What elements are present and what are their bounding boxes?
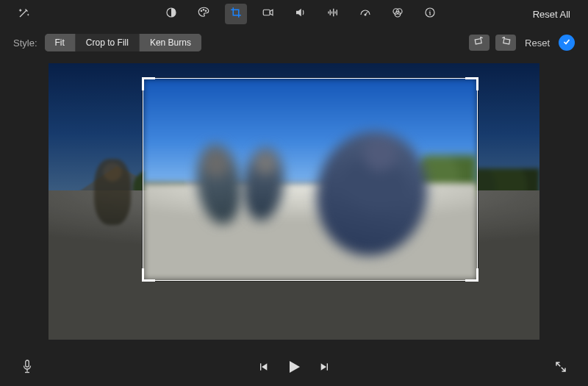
preview-viewer[interactable] <box>49 63 539 340</box>
clip-filter-button[interactable] <box>387 4 409 24</box>
video-camera-icon <box>262 6 275 22</box>
previous-frame-button[interactable] <box>257 361 269 373</box>
microphone-icon <box>21 359 34 375</box>
info-icon <box>423 6 437 22</box>
reset-crop-button[interactable]: Reset <box>525 37 550 49</box>
style-option-fit[interactable]: Fit <box>45 34 76 51</box>
svg-point-3 <box>205 10 207 12</box>
clip-info-button[interactable] <box>419 4 441 24</box>
svg-point-2 <box>203 10 204 11</box>
rotate-ccw-button[interactable] <box>469 35 490 51</box>
style-label: Style: <box>13 37 37 49</box>
crop-handle-top-left[interactable] <box>142 77 155 90</box>
style-option-crop-to-fill[interactable]: Crop to Fill <box>76 34 140 51</box>
svg-rect-10 <box>475 39 481 44</box>
skip-forward-icon <box>319 361 331 373</box>
speedometer-icon <box>359 6 372 22</box>
apply-crop-button[interactable] <box>559 35 575 51</box>
crop-content <box>143 79 477 280</box>
skip-back-icon <box>257 361 269 373</box>
svg-rect-12 <box>26 360 29 367</box>
playback-bar <box>0 348 588 386</box>
crop-icon <box>229 6 243 22</box>
noise-reduction-button[interactable] <box>322 4 344 24</box>
magic-wand-icon <box>18 6 31 22</box>
svg-point-1 <box>201 10 202 12</box>
crop-style-segmented-control[interactable]: Fit Crop to Fill Ken Burns <box>45 34 201 51</box>
stabilization-button[interactable] <box>257 4 279 24</box>
rotate-ccw-icon <box>473 36 485 49</box>
expand-arrows-icon <box>554 360 567 374</box>
speaker-icon <box>294 6 307 22</box>
crop-button[interactable] <box>225 4 247 24</box>
svg-rect-11 <box>503 39 510 44</box>
overlap-circles-icon <box>391 6 404 22</box>
crop-handle-bottom-right[interactable] <box>465 268 478 282</box>
play-button[interactable] <box>285 358 303 376</box>
crop-handle-bottom-left[interactable] <box>142 268 155 282</box>
speed-button[interactable] <box>354 4 376 24</box>
color-correction-button[interactable] <box>193 4 215 24</box>
volume-button[interactable] <box>290 4 312 24</box>
palette-icon <box>197 6 210 22</box>
auto-enhance-button[interactable] <box>13 4 35 24</box>
crop-rectangle[interactable] <box>143 78 478 281</box>
equalizer-icon <box>326 6 340 22</box>
crop-style-row: Style: Fit Crop to Fill Ken Burns Reset <box>0 28 588 57</box>
svg-rect-4 <box>263 10 270 15</box>
next-frame-button[interactable] <box>319 361 331 373</box>
rotate-cw-icon <box>500 36 512 49</box>
fullscreen-button[interactable] <box>554 360 567 374</box>
reset-all-button[interactable]: Reset All <box>528 6 575 23</box>
style-option-ken-burns[interactable]: Ken Burns <box>140 34 201 51</box>
rotate-cw-button[interactable] <box>495 35 516 51</box>
play-icon <box>285 358 303 376</box>
svg-point-5 <box>365 14 366 15</box>
checkmark-icon <box>562 36 571 49</box>
voiceover-button[interactable] <box>21 359 34 375</box>
contrast-circle-icon <box>165 6 178 22</box>
adjustments-toolbar: Reset All <box>0 0 588 28</box>
crop-handle-top-right[interactable] <box>465 77 478 90</box>
color-balance-button[interactable] <box>160 4 182 24</box>
